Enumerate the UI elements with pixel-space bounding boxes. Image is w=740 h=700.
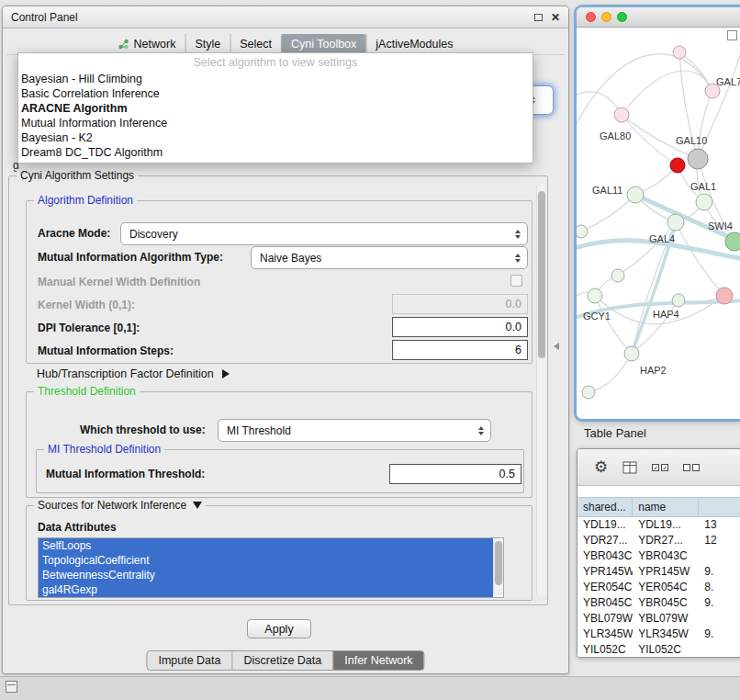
algorithm-dropdown-placeholder[interactable]: Select algorithm to view settings [18,53,533,72]
network-node[interactable] [696,194,712,210]
network-edge [581,195,635,231]
table-row[interactable]: YBL079WYBL079W [577,611,740,627]
kernel-width-label: Kernel Width (0,1): [38,299,135,311]
bottom-tab-impute-data[interactable]: Impute Data [147,651,231,670]
table-row[interactable]: YIL052CYIL052C [577,642,740,657]
bottom-tab-infer-network[interactable]: Infer Network [332,651,423,670]
table-row[interactable]: YLR345WYLR345W9. [577,627,740,642]
algorithm-option[interactable]: Basic Correlation Inference [18,86,533,101]
data-attributes-list[interactable]: SelfLoopsTopologicalCoefficientBetweenne… [38,537,504,598]
settings-scrollbar[interactable] [536,184,546,597]
table-cell [699,611,740,627]
tab-jactivemodules[interactable]: jActiveModules [365,34,462,54]
table-row[interactable]: YDR27...YDR27...12 [577,533,740,548]
network-node[interactable] [624,346,639,361]
algorithm-option[interactable]: Mutual Information Inference [18,116,533,130]
network-node[interactable] [577,225,588,238]
which-threshold-select[interactable]: MI Threshold [218,419,491,442]
table-cell: YBL079W [633,611,699,627]
algorithm-option[interactable]: Dream8 DC_TDC Algorithm [18,145,533,160]
aracne-mode-value: Discovery [129,228,178,241]
tab-style[interactable]: Style [185,34,230,54]
aracne-mode-select[interactable]: Discovery [120,222,528,245]
network-node[interactable] [725,232,740,251]
minimize-traffic-light-icon[interactable] [601,12,611,22]
network-node-label: HAP2 [640,365,667,376]
column-header[interactable] [699,498,740,516]
mi-threshold-field[interactable]: 0.5 [389,464,521,484]
algorithm-option[interactable]: Bayesian - Hill Climbing [18,72,533,86]
network-node-label: HAP4 [653,309,679,320]
cyni-algorithm-settings-group: Cyni Algorithm Settings Algorithm Defini… [8,175,548,605]
attribute-item-selected[interactable]: BetweennessCentrality [39,568,493,582]
column-header[interactable]: name [633,498,699,516]
table-cell: YBR045C [633,595,699,611]
desktop: Control Panel ✕ NetworkStyleSelectCyni T… [0,0,740,700]
network-node[interactable] [670,158,685,173]
network-node[interactable] [614,107,629,122]
mi-steps-field[interactable]: 6 [392,340,528,360]
float-window-icon[interactable] [534,14,543,21]
hub-definition-section[interactable]: Hub/Transcription Factor Definition [37,367,230,380]
network-node[interactable] [582,386,595,399]
tab-select[interactable]: Select [230,34,281,54]
close-traffic-light-icon[interactable] [586,12,596,22]
attribute-item-selected[interactable]: gal4RGexp [39,582,493,597]
network-edge [589,354,632,392]
tab-label: Cyni Toolbox [291,38,356,51]
table-toolbar: ⚙ ✓✓ [577,449,740,486]
network-node[interactable] [627,186,644,203]
canvas-checkbox[interactable] [727,30,737,40]
deselect-all-checks-icon[interactable] [683,464,700,471]
column-header[interactable]: shared... [577,498,633,516]
attribute-item-selected[interactable]: TopologicalCoefficient [39,553,493,568]
table-cell: YDL19... [633,517,699,533]
table-cell: YPR145W [633,564,699,580]
mi-type-select[interactable]: Naive Bayes [251,246,528,269]
zoom-traffic-light-icon[interactable] [617,12,627,22]
table-row[interactable]: YER054CYER054C8. [577,580,740,595]
table-row[interactable]: YBR043CYBR043C [577,548,740,564]
attribute-list-scrollbar[interactable] [493,538,503,597]
tab-label: Network [134,38,176,51]
network-node[interactable] [588,288,602,303]
window-grid-icon[interactable] [6,681,17,693]
table-row[interactable]: YBR045CYBR045C9. [577,595,740,611]
network-node[interactable] [672,294,685,307]
panel-collapse-arrow[interactable] [554,343,559,350]
bottom-tab-discretize-data[interactable]: Discretize Data [232,651,333,670]
algorithm-option[interactable]: Bayesian - K2 [18,130,533,145]
sources-group: Sources for Network Inference Data Attri… [26,505,533,601]
table-cell [699,642,740,657]
dpi-tolerance-field[interactable]: 0.0 [392,317,528,337]
table-row[interactable]: YDL19...YDL19...13 [577,517,740,533]
control-panel-titlebar[interactable]: Control Panel ✕ [3,6,568,28]
network-node[interactable] [667,214,684,231]
table-row[interactable]: YPR145WYPR145W9. [577,564,740,580]
scrollbar-thumb[interactable] [538,191,545,358]
columns-icon[interactable] [622,461,637,474]
manual-kernel-checkbox[interactable] [510,275,522,287]
network-node[interactable] [716,288,733,304]
network-node[interactable] [611,269,624,282]
aracne-mode-label: Aracne Mode: [38,227,110,240]
select-all-checks-icon[interactable]: ✓✓ [652,464,668,471]
network-window-titlebar[interactable] [577,7,740,28]
table-cell [699,548,740,564]
network-node[interactable] [673,46,686,59]
apply-button[interactable]: Apply [247,619,311,638]
network-canvas[interactable]: GAL7GAL80GAL10GAL11GAL1SWI4GAL4GCY1HAP4H… [577,28,740,418]
network-node-label: GAL7 [716,76,740,87]
tab-cyni-toolbox[interactable]: Cyni Toolbox [281,34,365,54]
scrollbar-thumb[interactable] [495,541,502,585]
titlebar-icons: ✕ [534,12,560,23]
algorithm-option[interactable]: ARACNE Algorithm [18,101,533,116]
network-window: GAL7GAL80GAL10GAL11GAL1SWI4GAL4GCY1HAP4H… [577,7,740,419]
dpi-tolerance-value: 0.0 [506,321,521,333]
tab-network[interactable]: Network [109,34,185,54]
gear-icon[interactable]: ⚙ [594,459,608,475]
network-node[interactable] [688,149,708,169]
sources-title[interactable]: Sources for Network Inference [34,499,206,512]
attribute-item-selected[interactable]: SelfLoops [39,538,493,553]
close-icon[interactable]: ✕ [551,12,560,23]
